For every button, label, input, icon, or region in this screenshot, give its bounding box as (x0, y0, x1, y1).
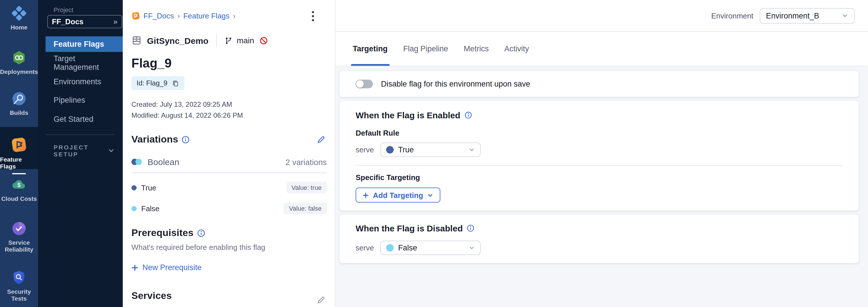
svg-text:$: $ (17, 182, 21, 188)
services-heading-row: Services (131, 287, 327, 304)
environment-label: Environment (711, 11, 753, 20)
git-branch-name[interactable]: main (237, 36, 254, 45)
project-selector[interactable]: FF_Docs » (47, 15, 122, 28)
home-icon (11, 6, 27, 21)
tab-targeting[interactable]: Targeting (353, 32, 388, 66)
default-rule-variation-value: True (398, 145, 464, 154)
sidebar-item-environments[interactable]: Environments (45, 74, 123, 89)
sidebar-item-label: Get Started (54, 115, 93, 123)
breadcrumb-feature-flags-link[interactable]: Feature Flags (183, 11, 229, 20)
plus-icon (131, 264, 138, 271)
sidebar-item-pipelines[interactable]: Pipelines (45, 92, 123, 108)
chevron-down-icon (108, 147, 115, 154)
git-branch-icon (224, 36, 232, 45)
project-setup-section[interactable]: PROJECT SETUP (54, 144, 115, 158)
divider (131, 172, 327, 173)
tab-activity[interactable]: Activity (504, 32, 529, 66)
sidebar-item-target-management[interactable]: Target Management (45, 55, 123, 71)
project-section-label: Project (54, 6, 73, 13)
sidebar-module-service-reliability[interactable]: Service Reliability (0, 221, 38, 253)
boolean-type-icon (131, 159, 142, 165)
variation-color-dot (131, 185, 136, 190)
sidebar-module-cloud-costs[interactable]: $ Cloud Costs (0, 177, 38, 202)
module-label: Service Reliability (0, 239, 38, 253)
sidebar-module-home[interactable]: Home (0, 6, 38, 31)
breadcrumb-separator: › (177, 11, 180, 20)
sidebar-module-feature-flags[interactable]: Feature Flags (0, 127, 38, 169)
feature-flags-icon (11, 137, 27, 153)
git-sync-error-icon[interactable] (259, 36, 268, 45)
new-prerequisite-button[interactable]: New Prerequisite (131, 263, 202, 272)
expand-projects-icon[interactable]: » (114, 17, 118, 26)
variation-type-row: Boolean 2 variations (131, 157, 327, 167)
variation-count: 2 variations (286, 157, 327, 166)
disable-flag-toggle[interactable] (355, 80, 373, 88)
info-icon[interactable] (467, 224, 474, 232)
toggle-knob (356, 80, 364, 88)
chevron-down-icon (841, 12, 848, 19)
flag-enabled-heading-row: When the Flag is Enabled (355, 110, 843, 120)
modified-timestamp: Modified: August 14, 2022 06:26 PM (131, 111, 327, 120)
default-rule-variation-dropdown[interactable]: True (380, 142, 481, 157)
disabled-variation-dropdown[interactable]: False (380, 241, 481, 255)
add-targeting-button[interactable]: Add Targeting (355, 188, 440, 202)
git-repo-name[interactable]: GitSync_Demo (147, 35, 208, 45)
sidebar-module-deployments[interactable]: Deployments (0, 50, 38, 75)
breadcrumb-project-link[interactable]: FF_Docs (144, 11, 174, 20)
tab-flag-pipeline[interactable]: Flag Pipeline (403, 32, 448, 66)
sidebar-item-get-started[interactable]: Get Started (45, 111, 123, 127)
sidebar-item-label: Target Management (54, 54, 123, 71)
variation-name: True (141, 183, 156, 192)
project-setup-label: PROJECT SETUP (54, 144, 108, 158)
sidebar-module-builds[interactable]: Builds (0, 91, 38, 116)
security-tests-icon (11, 270, 27, 285)
feature-flags-breadcrumb-icon (131, 11, 140, 20)
cloud-costs-icon: $ (11, 177, 27, 192)
divider (216, 34, 216, 47)
git-repo-icon (131, 35, 142, 46)
created-timestamp: Created: July 13, 2022 09:25 AM (131, 101, 327, 109)
copy-icon[interactable] (172, 79, 180, 87)
variations-heading-row: Variations (131, 134, 327, 145)
tab-label: Targeting (353, 45, 388, 53)
info-icon[interactable] (182, 136, 190, 144)
sidebar-item-label: Environments (54, 77, 101, 86)
sidebar-module-security-tests[interactable]: Security Tests (0, 270, 38, 302)
page-title: Flag_9 (131, 56, 327, 71)
flag-enabled-card: When the Flag is Enabled Default Rule se… (339, 101, 859, 211)
variation-name: False (141, 204, 160, 213)
deployments-icon (11, 50, 27, 65)
tab-metrics[interactable]: Metrics (464, 32, 489, 66)
sidebar-item-feature-flags[interactable]: Feature Flags (45, 36, 123, 52)
disabled-variation-value: False (398, 244, 464, 252)
app-root: Home Deployments Builds (0, 0, 868, 307)
module-label: Deployments (0, 68, 38, 75)
flag-enabled-heading: When the Flag is Enabled (355, 110, 460, 120)
chevron-down-icon (469, 245, 475, 251)
chevron-down-icon (427, 192, 433, 198)
project-sidebar: Project FF_Docs » Feature Flags Target M… (38, 0, 123, 307)
flag-options-menu-button[interactable] (308, 10, 317, 22)
prerequisites-heading: Prerequisites (131, 227, 193, 239)
prerequisites-subtitle: What's required before enabling this fla… (131, 243, 327, 252)
edit-services-icon[interactable] (316, 295, 326, 304)
module-rail: Home Deployments Builds (0, 0, 38, 307)
new-prerequisite-label: New Prerequisite (142, 263, 202, 272)
builds-icon (11, 91, 27, 106)
edit-variations-icon[interactable] (316, 135, 326, 144)
module-label: Home (0, 24, 38, 31)
environment-dropdown-value: Environment_B (766, 11, 841, 20)
environment-dropdown[interactable]: Environment_B (760, 8, 855, 23)
divider (355, 165, 843, 166)
flag-tabs: Targeting Flag Pipeline Metrics Activity (336, 32, 868, 66)
plus-icon (363, 192, 369, 198)
info-icon[interactable] (197, 229, 205, 237)
sidebar-item-label: Pipelines (54, 96, 85, 105)
prerequisites-heading-row: Prerequisites (131, 227, 327, 239)
sidebar-item-label: Feature Flags (54, 40, 104, 49)
variations-heading: Variations (131, 134, 178, 145)
tab-label: Flag Pipeline (403, 45, 448, 53)
environment-panel: Environment Environment_B Targeting Flag… (336, 0, 868, 307)
info-icon[interactable] (464, 111, 472, 119)
breadcrumb-separator: › (233, 11, 236, 20)
